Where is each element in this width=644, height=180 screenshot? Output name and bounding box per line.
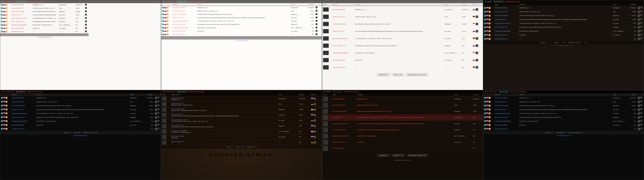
play-icon[interactable]: ▸ bbox=[476, 44, 478, 47]
ip-cell[interactable]: 62.171.132.322.7777 bbox=[10, 20, 32, 23]
copy-icon[interactable] bbox=[640, 26, 642, 28]
copy-icon[interactable] bbox=[316, 27, 318, 28]
col-status[interactable]: Status bbox=[322, 3, 332, 6]
table-row[interactable]: 188.187.90.163.77 — — 0/0 bbox=[322, 145, 483, 152]
ip-cell[interactable]: csgo.crossout.ru/L27315 bbox=[10, 16, 32, 20]
ip-cell[interactable]: 62.171.132.322.7777 bbox=[172, 23, 196, 26]
copy-icon[interactable] bbox=[640, 112, 642, 114]
table-row[interactable]: 185.253.53.97:9987 MadMans Inc. ★ teamsp… bbox=[322, 96, 483, 102]
table-row[interactable]: csgo.crossout.ru/L27315★ CS:GO|ZONA.LT ★… bbox=[161, 118, 322, 123]
table-row[interactable]: 62.171.132.322.7777 [CZ|SK]Heros!-Archa.… bbox=[161, 23, 322, 26]
table-row[interactable]: 93.37.244.293.33309 [EU/UK] Memri Gaming… bbox=[0, 10, 88, 13]
tab-install[interactable]: INSTALLATION PAGE bbox=[510, 91, 528, 93]
table-row[interactable]: 86.57.180.79.27061 [LEGITAL] stt_cruises… bbox=[483, 33, 644, 37]
copy-icon[interactable] bbox=[640, 37, 642, 39]
table-row[interactable]: 193.84.79.98.7777 test_ServerNamesThatsS… bbox=[161, 16, 322, 19]
play-icon[interactable]: ▸ bbox=[638, 30, 640, 32]
copy-icon[interactable] bbox=[158, 108, 159, 110]
ip-cell[interactable]: 62.171.132.322.7777 bbox=[494, 115, 518, 119]
table-row[interactable]: 93.37.244.293.33309 [EU/UK] Memri Gaming… bbox=[322, 108, 483, 114]
copy-icon[interactable] bbox=[640, 120, 642, 122]
tab-install[interactable]: INSTALLATION PAGE bbox=[188, 0, 206, 3]
table-row[interactable]: 62.171.132.322.7777 [CZ|SK]Heros!-Archa.… bbox=[483, 115, 644, 119]
table-row[interactable]: 91.30.128.163.7777 Official Frontline - … bbox=[0, 100, 161, 104]
btn-players[interactable]: Игроков: 130 bbox=[391, 153, 405, 157]
table-row[interactable]: 188.187.90.163.7777— — 0/0 ▸ bbox=[161, 140, 322, 145]
table-row[interactable]: 193.84.79.98.7777 test_ServerNamesThatsS… bbox=[483, 108, 644, 111]
ip-cell[interactable]: 185.253.53.97:9987 bbox=[10, 3, 32, 6]
tab-main[interactable]: Главная bbox=[323, 91, 332, 93]
ip-cell[interactable]: 188.187.90.163.7777 bbox=[494, 37, 518, 41]
copy-icon[interactable] bbox=[640, 108, 642, 110]
ip-cell[interactable]: 193.84.79.98.7777 bbox=[172, 16, 196, 19]
play-icon[interactable]: ▸ bbox=[638, 108, 640, 111]
copy-icon[interactable] bbox=[640, 6, 642, 8]
col-players[interactable]: Players bbox=[461, 3, 471, 6]
col-server[interactable]: Servers bbox=[354, 3, 444, 6]
copy-icon[interactable] bbox=[640, 22, 642, 24]
copy-icon[interactable] bbox=[158, 101, 159, 102]
play-icon[interactable]: ▸ bbox=[638, 97, 640, 99]
table-row[interactable]: 193.84.79.98.7777 test_ServerNamesThatsS… bbox=[483, 18, 644, 21]
table-row[interactable]: csgo.crossout.ru/L27315 ★ CS:GO|ZONA.LT … bbox=[161, 19, 322, 23]
table-row[interactable]: 86.57.180.79.27061 [LEGITAL] stt_cruises… bbox=[0, 27, 88, 30]
ip-cell[interactable]: 193.84.79.98.7777 bbox=[11, 108, 36, 111]
ip-cell[interactable]: 193.84.79.98.7777 bbox=[171, 114, 277, 115]
table-row[interactable]: 91.30.128.163.7777 Official Frontline - … bbox=[0, 6, 88, 10]
tab-install[interactable]: INSTALLATION PAGE bbox=[27, 91, 44, 93]
table-row[interactable]: 86.57.180.79.27061 [LEGITAL] stt_cruises… bbox=[322, 139, 483, 145]
copy-icon[interactable] bbox=[640, 124, 642, 126]
ip-cell[interactable]: 93.37.244.293.33309 bbox=[494, 14, 518, 18]
details-pill[interactable]: ▸ bbox=[472, 51, 479, 54]
ip-cell[interactable]: 86.57.180.79.27061 bbox=[10, 27, 32, 30]
ip-cell[interactable]: 62.171.132.322.7777 bbox=[494, 25, 518, 29]
copy-icon[interactable] bbox=[85, 7, 87, 9]
copy-icon[interactable] bbox=[316, 13, 318, 15]
table-row[interactable]: 91.30.128.163.7777Official Frontline - M… bbox=[161, 101, 322, 107]
table-row[interactable]: 91.30.128.163.7777 Official Frontline - … bbox=[322, 102, 483, 108]
play-icon[interactable]: ▸ bbox=[638, 10, 640, 13]
play-icon[interactable]: ▸ bbox=[638, 18, 640, 21]
play-icon[interactable]: ▸ bbox=[155, 116, 157, 119]
col-server[interactable]: Серверы bbox=[518, 3, 612, 6]
col-address[interactable]: Address bbox=[11, 93, 36, 96]
ip-cell[interactable]: csgo.crossout.ru/L27315 bbox=[332, 121, 356, 127]
ip-cell[interactable]: csgo.crossout.ru/L27315 bbox=[494, 111, 518, 115]
play-icon[interactable]: ▸ bbox=[476, 8, 478, 11]
ip-cell[interactable]: 188.187.90.163.7777 bbox=[10, 30, 32, 33]
table-row[interactable]: 188.187.90.163.7777 — — 0/0 bbox=[161, 33, 322, 36]
play-icon[interactable]: ▸ bbox=[476, 66, 478, 69]
ip-cell[interactable]: 86.57.180.79.27061 bbox=[11, 123, 36, 127]
copy-icon[interactable] bbox=[640, 128, 642, 129]
table-row[interactable]: 5.straforce.gr/xxjiz/28005 [EU] BLOOD - … bbox=[322, 49, 483, 57]
col-address[interactable]: Address bbox=[494, 93, 518, 96]
col-players[interactable]: Players bbox=[298, 93, 310, 96]
tab-install[interactable]: INSTALLATION PAGE bbox=[188, 91, 206, 93]
tab-demo[interactable]: TO DEMO PAGE bbox=[162, 91, 176, 93]
ip-cell[interactable]: 193.84.79.98.7777 bbox=[332, 28, 354, 35]
table-row[interactable]: 62.171.132.322.7777 [CZ|SK]Heros!-Archa.… bbox=[322, 42, 483, 49]
copy-icon[interactable] bbox=[640, 104, 642, 106]
ip-cell[interactable]: csgo.crossout.ru/L27315 bbox=[172, 19, 196, 23]
table-row[interactable]: 86.57.180.79.27061 [LEGITAL] stt_cruises… bbox=[483, 123, 644, 127]
ip-cell[interactable]: csgo.crossout.ru/L27315 bbox=[494, 21, 518, 25]
table-row[interactable]: 188.187.90.163.7777 — — 0/0 ▸ bbox=[322, 64, 483, 71]
copy-icon[interactable] bbox=[316, 20, 318, 22]
table-row[interactable]: 188.187.90.163.7777 — — 0/0 ▸ bbox=[483, 37, 644, 41]
copy-icon[interactable] bbox=[85, 27, 87, 29]
table-row[interactable]: 5.straforce.gr/xxjiz/28005 [EU] BLOOD - … bbox=[483, 119, 644, 123]
play-icon[interactable]: ▸ bbox=[638, 38, 640, 40]
col-addr-srv[interactable]: Адрес Server bbox=[170, 93, 278, 96]
copy-icon[interactable] bbox=[158, 124, 159, 126]
table-row[interactable]: 93.37.244.293.33309 [EU/UK] Memri Gaming… bbox=[483, 14, 644, 18]
details-pill[interactable]: ▸ bbox=[472, 15, 479, 18]
ip-cell[interactable]: 93.37.244.293.33309 bbox=[332, 20, 354, 28]
details-pill[interactable]: ▸ bbox=[472, 58, 479, 62]
play-icon[interactable]: ▸ bbox=[314, 98, 316, 100]
play-icon[interactable]: ▸ bbox=[638, 120, 640, 123]
copy-icon[interactable] bbox=[158, 120, 159, 122]
btn-servers[interactable]: Серверов: 9 bbox=[377, 153, 390, 157]
tab-status[interactable]: STATUS PAGE bbox=[323, 0, 334, 3]
ip-cell[interactable]: 91.30.128.163.7777 bbox=[494, 100, 518, 104]
table-row[interactable]: 193.84.79.98.7777 test_ServerNamesThatsS… bbox=[0, 108, 161, 111]
